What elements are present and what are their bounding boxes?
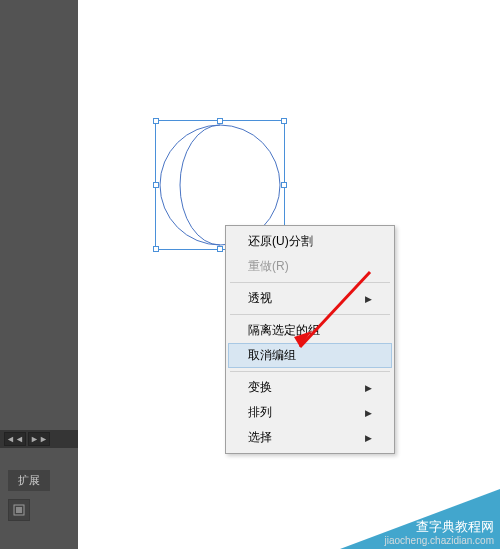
menu-separator [230, 282, 390, 283]
watermark-text: 查字典教程网 jiaocheng.chazidian.com [384, 519, 494, 547]
menu-arrange[interactable]: 排列▶ [228, 400, 392, 425]
menu-perspective[interactable]: 透视▶ [228, 286, 392, 311]
menu-item-label: 透视 [248, 290, 272, 307]
watermark-title: 查字典教程网 [384, 519, 494, 535]
menu-item-label: 取消编组 [248, 347, 296, 364]
extension-tab-label[interactable]: 扩展 [8, 470, 50, 491]
panel-collapse-right[interactable]: ►► [28, 432, 50, 446]
menu-separator [230, 314, 390, 315]
menu-select[interactable]: 选择▶ [228, 425, 392, 450]
side-panel [0, 0, 78, 430]
menu-separator [230, 371, 390, 372]
menu-transform[interactable]: 变换▶ [228, 375, 392, 400]
watermark-url: jiaocheng.chazidian.com [384, 535, 494, 547]
menu-redo: 重做(R) [228, 254, 392, 279]
menu-item-label: 排列 [248, 404, 272, 421]
submenu-arrow-icon: ▶ [365, 408, 372, 418]
menu-item-label: 变换 [248, 379, 272, 396]
submenu-arrow-icon: ▶ [365, 294, 372, 304]
submenu-arrow-icon: ▶ [365, 383, 372, 393]
extension-icon[interactable] [8, 499, 30, 521]
menu-ungroup[interactable]: 取消编组 [228, 343, 392, 368]
watermark: 查字典教程网 jiaocheng.chazidian.com [340, 489, 500, 549]
menu-item-label: 隔离选定的组 [248, 322, 320, 339]
menu-item-label: 还原(U)分割 [248, 233, 313, 250]
menu-undo[interactable]: 还原(U)分割 [228, 229, 392, 254]
menu-item-label: 重做(R) [248, 258, 289, 275]
menu-isolate-group[interactable]: 隔离选定的组 [228, 318, 392, 343]
svg-rect-1 [16, 507, 22, 513]
extension-panel: 扩展 [0, 448, 78, 549]
submenu-arrow-icon: ▶ [365, 433, 372, 443]
menu-item-label: 选择 [248, 429, 272, 446]
panel-nav: ◄◄ ►► [0, 430, 78, 448]
context-menu: 还原(U)分割 重做(R) 透视▶ 隔离选定的组 取消编组 变换▶ 排列▶ 选择… [225, 225, 395, 454]
panel-collapse-left[interactable]: ◄◄ [4, 432, 26, 446]
